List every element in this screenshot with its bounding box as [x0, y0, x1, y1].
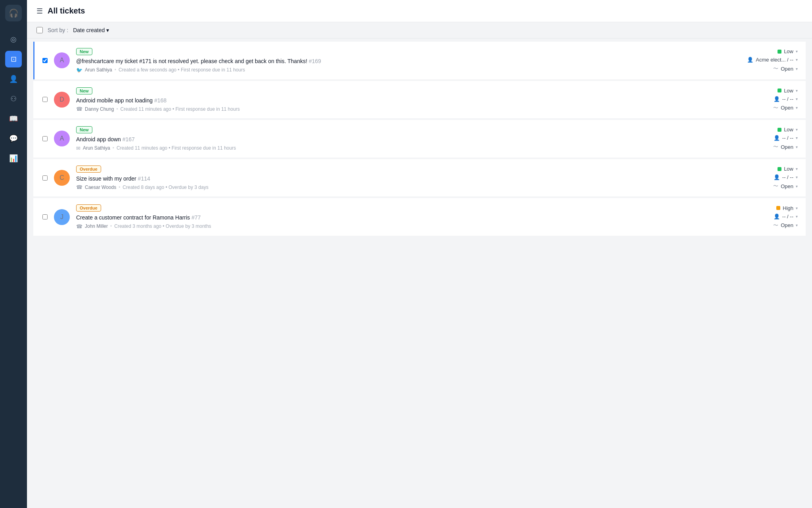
status-badge: Overdue [76, 204, 101, 212]
assignee-chevron-icon: ▾ [796, 97, 798, 101]
separator: • [116, 106, 118, 112]
assignee-dropdown[interactable]: 👤 -- / -- ▾ [774, 174, 798, 180]
ticket-checkbox[interactable] [42, 214, 48, 219]
priority-chevron-icon: ▾ [796, 167, 798, 171]
priority-label: Low [784, 88, 793, 94]
select-all-checkbox[interactable] [36, 27, 43, 33]
priority-dropdown[interactable]: Low ▾ [778, 127, 798, 133]
status-label: Open [781, 66, 793, 72]
avatar: A [54, 131, 70, 146]
ticket-card[interactable]: C Overdue Size issue with my order #114 … [33, 159, 806, 197]
menu-icon[interactable]: ☰ [36, 7, 43, 15]
priority-dot-icon [778, 128, 781, 132]
sidebar-item-conversations[interactable]: 💬 [5, 130, 22, 147]
sidebar-item-home[interactable]: ◎ [5, 31, 22, 48]
ticket-subject[interactable]: Android app down #167 [76, 136, 728, 144]
separator: • [110, 223, 112, 229]
status-label: Open [781, 105, 793, 111]
ticket-id: #169 [309, 58, 321, 64]
status-dropdown[interactable]: 〜 Open ▾ [773, 65, 798, 72]
page-header: ☰ All tickets [27, 0, 812, 22]
avatar: A [54, 52, 70, 68]
ticket-checkbox[interactable] [42, 175, 48, 181]
priority-dropdown[interactable]: Low ▾ [778, 48, 798, 54]
sort-label: Sort by : [48, 27, 68, 33]
priority-dropdown[interactable]: High ▾ [776, 205, 798, 211]
person-icon: 👤 [774, 214, 780, 219]
channel-icon: 🐦 [76, 67, 82, 73]
priority-dot-icon [778, 89, 781, 92]
ticket-right: High ▾ 👤 -- / -- ▾ 〜 Open ▾ [734, 205, 798, 229]
ticket-body: New @freshcartcare my ticket #171 is not… [76, 48, 728, 73]
assignee-dropdown[interactable]: 👤 -- / -- ▾ [774, 135, 798, 141]
ticket-subject[interactable]: Size issue with my order #114 [76, 175, 728, 183]
ticket-card[interactable]: J Overdue Create a customer contract for… [33, 198, 806, 236]
sort-dropdown[interactable]: Date created ▾ [73, 27, 109, 33]
priority-label: Low [784, 127, 793, 133]
sidebar-item-tickets[interactable]: ⊡ [5, 51, 22, 67]
ticket-right: Low ▾ 👤 Acme elect... / -- ▾ 〜 Open ▾ [734, 48, 798, 72]
status-chevron-icon: ▾ [796, 223, 798, 227]
person-icon: 👤 [747, 57, 753, 63]
status-label: Open [781, 144, 793, 150]
priority-dropdown[interactable]: Low ▾ [778, 166, 798, 172]
sidebar-item-knowledge[interactable]: 📖 [5, 110, 22, 127]
separator: • [115, 67, 116, 73]
priority-label: High [783, 205, 793, 211]
sidebar-item-contacts[interactable]: 👤 [5, 71, 22, 87]
status-label: Open [781, 222, 793, 228]
ticket-id: #168 [154, 97, 167, 104]
person-icon: 👤 [774, 96, 780, 102]
status-dropdown[interactable]: 〜 Open ▾ [773, 143, 798, 150]
ticket-meta: 🐦 Arun Sathiya • Created a few seconds a… [76, 67, 728, 73]
ticket-list: A New @freshcartcare my ticket #171 is n… [27, 38, 812, 508]
channel-icon: ☎ [76, 223, 82, 229]
ticket-top: New [76, 48, 728, 55]
status-label: Open [781, 183, 793, 189]
ticket-subject[interactable]: Create a customer contract for Ramona Ha… [76, 214, 728, 222]
ticket-id: #77 [192, 214, 201, 221]
separator: • [113, 145, 114, 151]
status-dropdown[interactable]: 〜 Open ▾ [773, 183, 798, 190]
priority-dot-icon [778, 50, 781, 54]
ticket-time: Created 11 minutes ago • First response … [117, 145, 236, 151]
sort-chevron-icon: ▾ [106, 27, 109, 33]
ticket-time: Created 11 minutes ago • First response … [121, 106, 240, 112]
app-logo: 🎧 [5, 5, 22, 21]
status-dropdown[interactable]: 〜 Open ▾ [773, 104, 798, 112]
ticket-body: Overdue Size issue with my order #114 ☎ … [76, 165, 728, 190]
ticket-checkbox[interactable] [42, 97, 48, 102]
ticket-meta: ☎ John Miller • Created 3 months ago • O… [76, 223, 728, 229]
avatar: J [54, 209, 70, 225]
channel-icon: ☎ [76, 106, 82, 112]
ticket-top: Overdue [76, 204, 728, 212]
ticket-subject[interactable]: Android mobile app not loading #168 [76, 97, 728, 105]
sidebar-item-analytics[interactable]: 📊 [5, 150, 22, 167]
ticket-subject[interactable]: @freshcartcare my ticket #171 is not res… [76, 58, 728, 65]
assignee-chevron-icon: ▾ [796, 136, 798, 140]
logo-icon: 🎧 [9, 8, 19, 18]
assignee-chevron-icon: ▾ [796, 175, 798, 179]
ticket-meta: ✉ Arun Sathiya • Created 11 minutes ago … [76, 145, 728, 151]
status-wave-icon: 〜 [773, 222, 778, 229]
ticket-card[interactable]: D New Android mobile app not loading #16… [33, 81, 806, 119]
ticket-time: Created a few seconds ago • First respon… [119, 67, 245, 73]
sidebar: 🎧 ◎ ⊡ 👤 ⚇ 📖 💬 📊 [0, 0, 27, 508]
assignee-label: Acme elect... / -- [756, 57, 793, 63]
ticket-author: John Miller [85, 223, 108, 229]
priority-dropdown[interactable]: Low ▾ [778, 88, 798, 94]
separator: • [119, 185, 120, 190]
assignee-dropdown[interactable]: 👤 -- / -- ▾ [774, 96, 798, 102]
assignee-dropdown[interactable]: 👤 -- / -- ▾ [774, 214, 798, 219]
ticket-checkbox[interactable] [42, 58, 48, 63]
status-dropdown[interactable]: 〜 Open ▾ [773, 222, 798, 229]
sidebar-item-network[interactable]: ⚇ [5, 90, 22, 107]
assignee-dropdown[interactable]: 👤 Acme elect... / -- ▾ [747, 57, 798, 63]
person-icon: 👤 [774, 135, 780, 141]
ticket-checkbox[interactable] [42, 136, 48, 141]
ticket-top: New [76, 126, 728, 133]
priority-chevron-icon: ▾ [796, 49, 798, 54]
ticket-card[interactable]: A New @freshcartcare my ticket #171 is n… [33, 42, 806, 79]
ticket-author: Arun Sathiya [83, 145, 110, 151]
ticket-card[interactable]: A New Android app down #167 ✉ Arun Sathi… [33, 120, 806, 158]
